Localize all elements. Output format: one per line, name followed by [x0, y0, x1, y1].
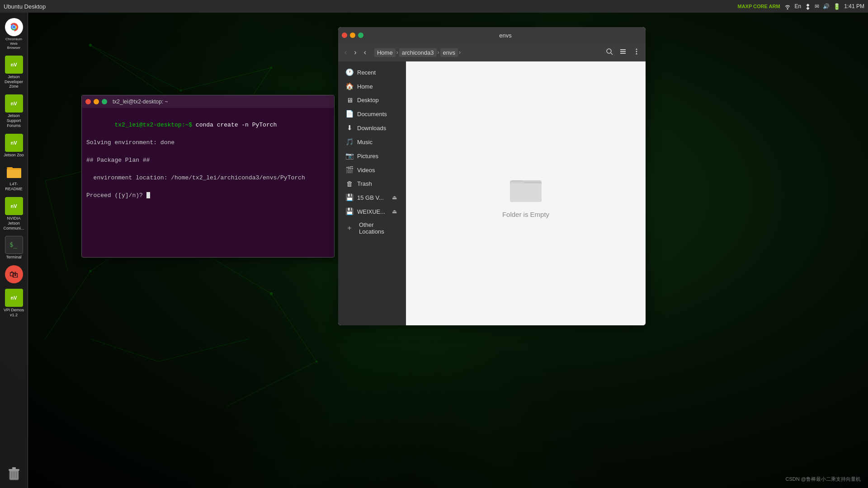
fm-main-content: Folder is Empty — [406, 61, 646, 325]
fm-bread-home[interactable]: Home — [374, 48, 396, 57]
sidebar-item-weixue[interactable]: 💾 WEIXUE... ⏏ — [340, 205, 404, 218]
dock-item-vpi[interactable]: nV VPi Demosv1.2 — [2, 287, 26, 319]
terminal-cursor — [146, 192, 150, 198]
fm-view-list-btn[interactable] — [618, 46, 628, 59]
dock-item-terminal[interactable]: $_ Terminal — [2, 234, 26, 262]
jetson-support-icon: nV — [5, 94, 23, 113]
battery-icon[interactable]: 🔋 — [833, 3, 840, 10]
fm-sidebar: 🕐 Recent 🏠 Home 🖥 Desktop 📄 Documents — [338, 61, 406, 325]
svg-point-44 — [636, 51, 637, 52]
sidebar-item-desktop[interactable]: 🖥 Desktop — [340, 94, 404, 107]
fm-title: envs — [369, 32, 642, 39]
l4t-label: L4T-README — [5, 182, 23, 192]
dock-item-jetson-zoo[interactable]: nV Jetson Zoo — [2, 132, 26, 160]
sidebar-item-documents[interactable]: 📄 Documents — [340, 107, 404, 121]
dock-item-jetson-dev[interactable]: nV JetsonDeveloperZone — [2, 54, 26, 91]
dock-item-ubuntu-sw[interactable]: 🛍 — [2, 263, 26, 285]
music-icon: 🎵 — [345, 138, 354, 146]
fm-forward-btn[interactable]: › — [351, 47, 359, 58]
fm-bread-arrow-2: › — [438, 49, 439, 56]
dock-item-jetson-comm[interactable]: nV NVIDIAJetsonCommuni... — [2, 195, 26, 232]
trash-sidebar-icon: 🗑 — [345, 180, 354, 188]
sidebar-item-pictures[interactable]: 📷 Pictures — [340, 149, 404, 163]
sidebar-label-home: Home — [357, 83, 373, 90]
taskbar-left: Ubuntu Desktop — [4, 3, 46, 10]
sidebar-item-recent[interactable]: 🕐 Recent — [340, 66, 404, 79]
svg-rect-34 — [12, 467, 16, 469]
fm-back-btn[interactable]: ‹ — [342, 47, 349, 58]
chromium-icon — [5, 18, 23, 36]
fm-menu-btn[interactable] — [631, 46, 642, 59]
terminal-close-btn[interactable] — [85, 99, 91, 104]
dock-item-jetson-support[interactable]: nV JetsonSupportForums — [2, 93, 26, 130]
wifi-icon[interactable] — [784, 3, 791, 10]
terminal-line-4: ## Package Plan ## — [86, 156, 330, 165]
input-method-icon[interactable]: En — [795, 3, 802, 9]
dock-item-trash[interactable] — [2, 463, 26, 484]
fm-bread-arrow-1: › — [396, 49, 398, 56]
terminal-line-1: tx2_lei@tx2-desktop:~$ conda create -n P… — [86, 112, 330, 138]
filemanager-window: envs ‹ › ‹ Home › archiconda3 › envs › — [338, 27, 646, 325]
jetson-dev-label: JetsonDeveloperZone — [5, 75, 23, 89]
fm-bread-arrow-3: › — [459, 49, 461, 56]
sidebar-label-desktop: Desktop — [357, 97, 379, 103]
downloads-icon: ⬇ — [345, 124, 354, 132]
email-icon[interactable]: ✉ — [815, 3, 819, 9]
application-dock: ChromiumWebBrowser nV JetsonDeveloperZon… — [0, 13, 28, 488]
svg-line-39 — [611, 53, 613, 55]
home-icon: 🏠 — [345, 82, 354, 90]
trash-icon — [5, 465, 23, 483]
sidebar-label-videos: Videos — [357, 167, 375, 174]
desktop-icon: 🖥 — [345, 96, 354, 104]
fm-search-btn[interactable] — [604, 46, 615, 59]
eject-weixue-btn[interactable]: ⏏ — [390, 207, 399, 216]
ubuntu-sw-icon: 🛍 — [5, 265, 23, 283]
terminal-window: tx2_lei@tx2-desktop: ~ tx2_lei@tx2-deskt… — [81, 95, 335, 258]
svg-rect-40 — [620, 49, 626, 50]
svg-rect-29 — [7, 170, 21, 178]
fm-maximize-btn[interactable] — [358, 33, 363, 38]
plus-icon: + — [345, 224, 354, 232]
taskbar-time: 1:41 PM — [844, 3, 864, 9]
sidebar-label-pictures: Pictures — [357, 153, 378, 160]
fm-minimize-btn[interactable] — [350, 33, 355, 38]
sidebar-item-trash[interactable]: 🗑 Trash — [340, 177, 404, 190]
svg-rect-41 — [620, 51, 626, 52]
sidebar-item-other-locations[interactable]: + Other Locations — [340, 219, 404, 238]
desktop: Ubuntu Desktop MAXP CORE ARM En ✉ 🔊 — [0, 0, 868, 488]
dock-item-l4t[interactable]: L4T-README — [2, 161, 26, 193]
dock-item-chromium[interactable]: ChromiumWebBrowser — [2, 16, 26, 52]
sidebar-item-videos[interactable]: 🎬 Videos — [340, 163, 404, 177]
fm-bread-envs[interactable]: envs — [440, 48, 458, 57]
terminal-line-5 — [86, 164, 330, 174]
jetson-support-label: JetsonSupportForums — [7, 113, 21, 128]
terminal-body[interactable]: tx2_lei@tx2-desktop:~$ conda create -n P… — [82, 108, 334, 257]
jetson-zoo-icon: nV — [5, 134, 23, 152]
terminal-maximize-btn[interactable] — [102, 99, 107, 104]
bluetooth-icon[interactable] — [805, 3, 811, 10]
nvidia-tray-icon: MAXP CORE ARM — [737, 4, 780, 9]
sidebar-label-trash: Trash — [357, 180, 372, 187]
fm-close-btn[interactable] — [342, 33, 347, 38]
sidebar-label-downloads: Downloads — [357, 125, 386, 131]
terminal-minimize-btn[interactable] — [94, 99, 99, 104]
terminal-titlebar: tx2_lei@tx2-desktop: ~ — [82, 95, 334, 108]
fm-toolbar-actions — [604, 46, 642, 59]
fm-up-btn[interactable]: ‹ — [361, 47, 369, 58]
fm-bread-archiconda[interactable]: archiconda3 — [399, 48, 437, 57]
svg-text:$_: $_ — [9, 241, 17, 249]
empty-folder-icon — [508, 169, 544, 205]
terminal-line-8: Proceed ([y]/n)? — [86, 191, 330, 200]
volume-icon[interactable]: 🔊 — [823, 3, 830, 9]
sidebar-item-15gb[interactable]: 💾 15 GB V... ⏏ — [340, 191, 404, 204]
terminal-line-6: environment location: /home/tx2_lei/arch… — [86, 174, 330, 183]
vpi-icon: nV — [5, 289, 23, 307]
eject-15gb-btn[interactable]: ⏏ — [390, 193, 399, 202]
sidebar-item-home[interactable]: 🏠 Home — [340, 80, 404, 93]
sidebar-label-15gb: 15 GB V... — [357, 194, 384, 201]
sidebar-item-music[interactable]: 🎵 Music — [340, 135, 404, 149]
jetson-zoo-label: Jetson Zoo — [4, 153, 24, 158]
terminal-icon: $_ — [5, 236, 23, 254]
sidebar-item-downloads[interactable]: ⬇ Downloads — [340, 121, 404, 135]
sidebar-label-music: Music — [357, 139, 373, 145]
